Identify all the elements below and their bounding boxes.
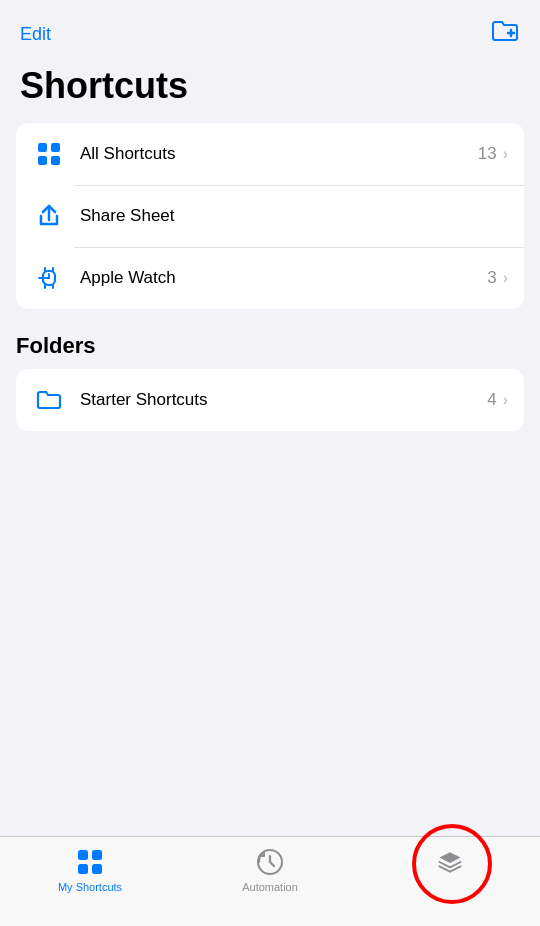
tab-automation[interactable]: Automation <box>210 847 330 893</box>
svg-rect-14 <box>92 850 102 860</box>
svg-rect-16 <box>92 864 102 874</box>
folders-section-title: Folders <box>16 333 524 359</box>
folders-section: Folders Starter Shortcuts 4 › <box>16 333 524 431</box>
apple-watch-label: Apple Watch <box>80 268 487 288</box>
tab-my-shortcuts[interactable]: My Shortcuts <box>30 847 150 893</box>
shortcuts-card: All Shortcuts 13 › Share Sheet <box>16 123 524 309</box>
automation-tab-icon <box>255 847 285 877</box>
layers-tab-icon <box>435 847 465 877</box>
page-title: Shortcuts <box>0 61 540 123</box>
share-icon <box>32 199 66 233</box>
starter-shortcuts-item[interactable]: Starter Shortcuts 4 › <box>16 369 524 431</box>
apple-watch-count: 3 <box>487 268 496 288</box>
starter-shortcuts-count: 4 <box>487 390 496 410</box>
folders-card: Starter Shortcuts 4 › <box>16 369 524 431</box>
svg-rect-3 <box>51 143 60 152</box>
all-shortcuts-count: 13 <box>478 144 497 164</box>
watch-icon <box>32 261 66 295</box>
share-sheet-label: Share Sheet <box>80 206 508 226</box>
folder-icon <box>32 383 66 417</box>
shortcuts-section: All Shortcuts 13 › Share Sheet <box>16 123 524 309</box>
grid-icon <box>32 137 66 171</box>
apple-watch-chevron: › <box>503 269 508 287</box>
svg-rect-5 <box>51 156 60 165</box>
my-shortcuts-tab-icon <box>75 847 105 877</box>
my-shortcuts-tab-label: My Shortcuts <box>58 881 122 893</box>
all-shortcuts-chevron: › <box>503 145 508 163</box>
share-sheet-item[interactable]: Share Sheet <box>16 185 524 247</box>
svg-rect-4 <box>38 156 47 165</box>
automation-tab-label: Automation <box>242 881 298 893</box>
tab-bar: My Shortcuts Automation <box>0 836 540 926</box>
svg-rect-13 <box>78 850 88 860</box>
edit-button[interactable]: Edit <box>20 24 51 45</box>
tab-layers[interactable] <box>390 847 510 881</box>
starter-shortcuts-chevron: › <box>503 391 508 409</box>
add-folder-icon[interactable] <box>490 16 520 53</box>
starter-shortcuts-label: Starter Shortcuts <box>80 390 487 410</box>
svg-rect-15 <box>78 864 88 874</box>
apple-watch-item[interactable]: Apple Watch 3 › <box>16 247 524 309</box>
svg-rect-2 <box>38 143 47 152</box>
header: Edit <box>0 0 540 61</box>
all-shortcuts-item[interactable]: All Shortcuts 13 › <box>16 123 524 185</box>
all-shortcuts-label: All Shortcuts <box>80 144 478 164</box>
